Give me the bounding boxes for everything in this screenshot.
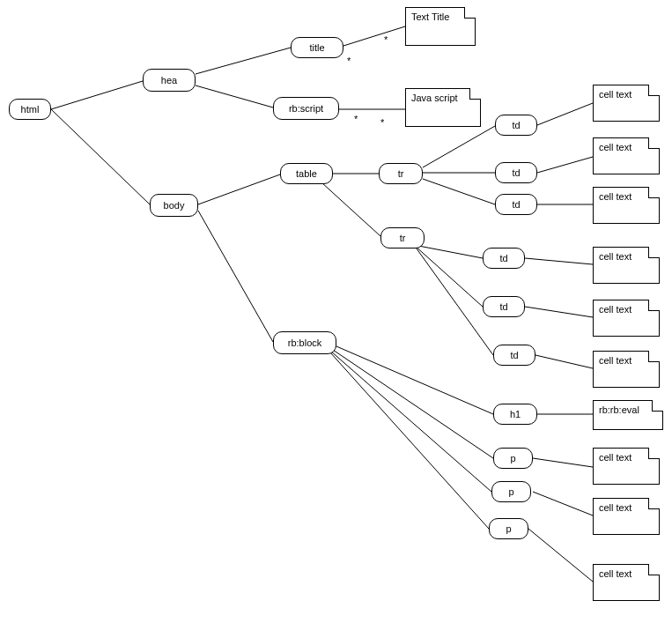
doc-cell-4: cell text	[593, 247, 660, 284]
svg-line-7	[198, 211, 273, 342]
label: cell text	[599, 251, 631, 262]
node-body: body	[150, 194, 198, 217]
svg-line-20	[525, 307, 593, 317]
label: td	[510, 350, 518, 360]
node-html: html	[9, 99, 51, 120]
doc-cell-2: cell text	[593, 137, 660, 174]
label: body	[164, 200, 185, 211]
doc-text-title: Text Title	[405, 7, 476, 46]
node-td3: td	[495, 194, 537, 215]
label: Text Title	[411, 11, 449, 22]
node-rbblock: rb:block	[273, 331, 336, 354]
node-td6: td	[493, 345, 535, 366]
node-p3: p	[489, 518, 528, 539]
svg-line-19	[525, 258, 593, 264]
label: Java script	[411, 93, 458, 103]
label: td	[499, 253, 507, 263]
svg-line-29	[528, 529, 593, 582]
svg-line-12	[423, 179, 495, 204]
doc-rb-eval: rb:rb:eval	[593, 400, 663, 430]
svg-line-27	[533, 458, 593, 467]
label: td	[512, 167, 520, 178]
label: title	[309, 42, 324, 53]
label: cell text	[599, 452, 631, 463]
doc-cell-8: cell text	[593, 498, 660, 535]
star-2: *	[347, 56, 351, 66]
svg-line-1	[51, 109, 150, 204]
label: tr	[398, 168, 404, 179]
label: table	[296, 168, 317, 179]
label: cell text	[599, 191, 631, 202]
svg-line-9	[321, 182, 380, 236]
node-rbscript: rb:script	[273, 97, 339, 120]
svg-line-10	[423, 126, 495, 167]
node-table: table	[280, 163, 333, 184]
label: rb:script	[289, 103, 323, 114]
doc-cell-6: cell text	[593, 351, 660, 388]
label: p	[510, 453, 515, 464]
edges	[0, 0, 672, 623]
svg-line-4	[343, 26, 405, 46]
label: hea	[161, 75, 177, 85]
label: h1	[510, 409, 521, 419]
svg-line-13	[414, 245, 483, 258]
label: td	[499, 301, 507, 312]
svg-line-21	[535, 355, 593, 368]
svg-line-16	[537, 103, 593, 125]
node-h1: h1	[493, 404, 537, 425]
label: cell text	[599, 304, 631, 315]
node-td5: td	[483, 296, 525, 317]
node-p1: p	[493, 448, 533, 469]
star-3: *	[354, 115, 358, 124]
label: rb:rb:eval	[599, 404, 639, 415]
svg-line-6	[198, 174, 280, 204]
label: html	[21, 104, 40, 115]
doc-cell-3: cell text	[593, 187, 660, 224]
label: cell text	[599, 142, 631, 152]
label: rb:block	[288, 337, 322, 348]
star-1: *	[384, 35, 388, 45]
svg-line-23	[330, 348, 493, 458]
svg-line-25	[330, 352, 489, 529]
doc-cell-7: cell text	[593, 448, 660, 485]
svg-line-22	[330, 344, 493, 414]
svg-line-3	[196, 85, 273, 108]
svg-line-2	[196, 48, 291, 74]
label: tr	[400, 233, 406, 243]
label: cell text	[599, 502, 631, 513]
star-4: *	[380, 118, 384, 128]
node-tr1: tr	[379, 163, 423, 184]
doc-cell-1: cell text	[593, 85, 660, 122]
node-tr2: tr	[380, 227, 425, 248]
label: p	[506, 523, 511, 534]
label: cell text	[599, 568, 631, 579]
doc-cell-5: cell text	[593, 300, 660, 337]
svg-line-17	[537, 157, 593, 173]
svg-line-0	[51, 81, 143, 109]
svg-line-24	[330, 351, 491, 492]
label: cell text	[599, 89, 631, 100]
doc-java-script: Java script	[405, 88, 481, 127]
svg-line-14	[414, 245, 483, 307]
label: cell text	[599, 355, 631, 366]
node-title: title	[291, 37, 343, 58]
node-p2: p	[491, 481, 531, 502]
svg-line-28	[533, 492, 593, 515]
label: td	[512, 199, 520, 210]
label: p	[508, 486, 513, 497]
node-td4: td	[483, 248, 525, 269]
tree-diagram: { "nodes": { "html": "html", "hea": "hea…	[0, 0, 672, 623]
node-td2: td	[495, 162, 537, 183]
label: td	[512, 120, 520, 130]
svg-line-15	[414, 245, 493, 355]
node-td1: td	[495, 115, 537, 136]
node-hea: hea	[143, 69, 196, 92]
doc-cell-9: cell text	[593, 564, 660, 601]
